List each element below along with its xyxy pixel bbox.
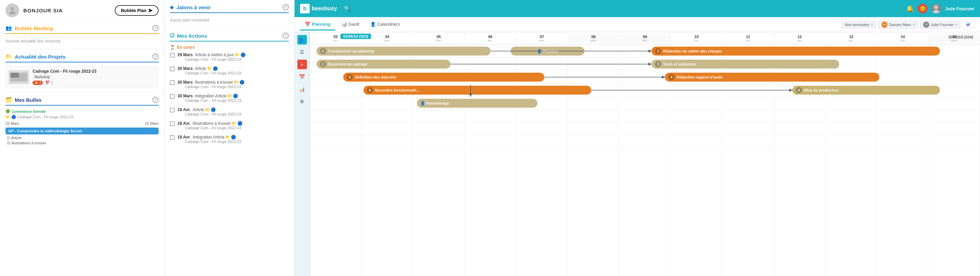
tab-planning[interactable]: 📅 Planning <box>300 19 335 30</box>
tl-col-10: 10lun. <box>671 34 722 43</box>
bar-num: 3 <box>655 48 661 54</box>
check-icon: ☑ <box>170 33 174 39</box>
tab-gantt[interactable]: 📊 Gantt <box>337 19 364 30</box>
avatar-filter-damien: DM <box>881 22 888 28</box>
gantt-sidebar-chart[interactable]: 📊 <box>298 85 307 94</box>
jalons-section: ◆ Jalons à venir ? Aucun jalon imminent. <box>164 0 294 29</box>
bar-num: 2 <box>320 48 326 54</box>
gantt-bar-document[interactable]: 2 Document de cadrage <box>317 60 450 69</box>
bar-num: 4 <box>796 87 802 93</box>
gantt-bar-construction[interactable]: 2 Construction du planning <box>317 46 491 56</box>
bb-logo: b beesbusy <box>300 4 337 13</box>
tl-col-14: 14ven. <box>877 34 929 43</box>
gantt-timeline-header: 03/06/19 (S23) 03lun. 04mar. 05mer. 06je… <box>310 32 980 45</box>
diamond-icon: ◆ <box>170 5 173 10</box>
today-marker: 03/06/19 (S23) <box>340 34 371 39</box>
tl-col-05: 05mer. <box>413 34 465 43</box>
gantt-icon: 📊 <box>342 22 347 27</box>
filter-non-terminees[interactable]: Non terminées × <box>842 21 876 28</box>
action-item-5: 18 Avr. Illustrations à trouver 📁 🔵 Cadr… <box>170 121 289 132</box>
action-checkbox-0[interactable] <box>170 53 175 57</box>
gantt-sidebar-calendar[interactable]: 📅 <box>298 72 307 81</box>
bubble-meeting-section: 👥 Bubble Meeting ? Aucune actualité des … <box>0 21 164 49</box>
gantt-bar-nouvelles[interactable]: 4 Nouvelles fonctionnalit... <box>363 86 591 95</box>
bell-icon[interactable]: 🔔 <box>906 5 913 12</box>
bubble-icon-tiny: 🔵 <box>233 94 238 98</box>
action-checkbox-3[interactable] <box>170 94 175 99</box>
gantt-bar-definition[interactable]: 3 Définition des objectifs <box>343 73 544 81</box>
avatar-filter-julie: JF <box>923 22 929 28</box>
planning-icon: 📅 <box>305 22 310 27</box>
gantt-bar-reunion[interactable]: 👤 Réunion <box>511 46 584 56</box>
gantt-sidebar: 👥 ☰ + 📅 📊 ⚙ <box>294 32 310 276</box>
bubble-bar[interactable]: GP - Comprendre la méthodologie Scrum <box>5 128 159 134</box>
gantt-sidebar-list[interactable]: ☰ <box>298 47 307 57</box>
svg-point-1 <box>9 11 16 14</box>
bubble-icon-small: 🔵 <box>11 115 16 119</box>
action-item-6: 18 Avr. Intégration Article 📁 🔵 Cadrage … <box>170 135 289 146</box>
bar-num: 4 <box>668 74 675 80</box>
arrow-icon: ➤ <box>148 7 153 14</box>
folder-icon-small: 📁 <box>225 135 230 140</box>
tab-calendriers[interactable]: 👤 Calendriers <box>366 19 404 30</box>
bubble-dates: 22 Mars 22 Mars <box>5 121 159 126</box>
tl-col-12: 12mer. <box>774 34 826 43</box>
right-panel: b beesbusy 🔍 🔔 😊 Julie Fournier 📅 Planni… <box>294 0 980 276</box>
filter-damien-marc[interactable]: DM Damien Marc × <box>878 21 918 29</box>
bubble-icon-tiny: 🔵 <box>211 107 216 112</box>
actualite-projets-help[interactable]: ? <box>153 53 159 60</box>
user-icon[interactable]: 😊 <box>918 4 927 13</box>
gantt-sidebar-add[interactable]: + <box>298 60 307 69</box>
action-checkbox-5[interactable] <box>170 121 175 126</box>
action-checkbox-2[interactable] <box>170 80 175 85</box>
svg-point-0 <box>11 7 14 11</box>
tl-col-09: 09dim. <box>619 34 671 43</box>
gantt-row-4: 👤 Paramétrage <box>310 97 980 110</box>
action-item-0: 29 Mars Article à mettre à jour 📁 🔵 Cadr… <box>170 53 289 64</box>
jalons-empty: Aucun jalon imminent. <box>170 16 289 24</box>
folder-icon-small: 📁 <box>232 121 237 126</box>
gantt-bar-mise[interactable]: 4 Mise en production <box>792 86 940 95</box>
action-item-4: 18 Avr. Article 📁 🔵 Cadrage Com - Fil ro… <box>170 107 289 118</box>
bar-num: 2 <box>320 61 326 67</box>
bb-logo-icon: b <box>300 4 310 13</box>
bar-num: 3 <box>347 74 353 80</box>
project-card[interactable]: Cadrage Com - Fil rouge 2022-23 Marketin… <box>5 66 159 88</box>
filter-julie-fournier[interactable]: JF Julie Fournier × <box>920 21 961 29</box>
actions-help[interactable]: ? <box>283 33 289 39</box>
gantt-sidebar-people[interactable]: 👥 <box>298 35 307 45</box>
filter-close-0[interactable]: × <box>871 22 873 27</box>
bubble-plan-button[interactable]: Bubble Plan ➤ <box>115 5 159 16</box>
project-thumbnail <box>9 70 29 84</box>
action-checkbox-1[interactable] <box>170 67 175 71</box>
tl-col-08: 08sam. <box>568 34 619 43</box>
search-icon[interactable]: 🔍 <box>344 5 351 12</box>
jalons-help[interactable]: ? <box>283 4 289 10</box>
action-checkbox-4[interactable] <box>170 108 175 112</box>
jalons-title: ◆ Jalons à venir <box>170 5 211 10</box>
green-dot: 🟢 <box>5 109 10 113</box>
folder-icon: 📁 <box>5 53 12 60</box>
gantt-bar-redaction[interactable]: 3 Rédaction du cahier des charges <box>652 46 940 56</box>
mes-bulles-help[interactable]: ? <box>153 97 159 103</box>
mes-bulles-title: 🗂️ Mes Bulles <box>5 97 41 103</box>
svg-point-5 <box>934 5 938 9</box>
actions-list: 29 Mars Article à mettre à jour 📁 🔵 Cadr… <box>170 53 289 146</box>
gantt-bar-rapport[interactable]: 4 Rédaction rapport d'audit <box>665 73 879 81</box>
gantt-row-2: 3 Définition des objectifs 4 Rédaction r… <box>310 71 980 84</box>
mes-bulles-section: 🗂️ Mes Bulles ? 🟢 Commence bientôt 📁 🔵 C… <box>0 93 164 150</box>
gantt-row-6 <box>310 123 980 136</box>
funnel-button[interactable]: ⚗️ <box>963 20 975 29</box>
tl-col-07: 07ven. <box>516 34 568 43</box>
action-checkbox-6[interactable] <box>170 135 175 140</box>
filter-close-1[interactable]: × <box>913 22 915 27</box>
gantt-bar-parametrage[interactable]: 👤 Paramétrage <box>417 99 538 108</box>
middle-panel: ◆ Jalons à venir ? Aucun jalon imminent.… <box>164 0 294 276</box>
gantt-sidebar-settings[interactable]: ⚙ <box>298 97 307 106</box>
gantt-row-0: 2 Construction du planning 👤 Réunion 3 R… <box>310 45 980 57</box>
in-progress-label: ⏳ En cours <box>170 45 289 50</box>
filter-close-2[interactable]: × <box>955 22 958 27</box>
bubble-meeting-help[interactable]: ? <box>153 25 159 31</box>
gantt-bar-tests[interactable]: 3 Tests et validation <box>652 60 839 69</box>
svg-rect-4 <box>10 73 19 78</box>
